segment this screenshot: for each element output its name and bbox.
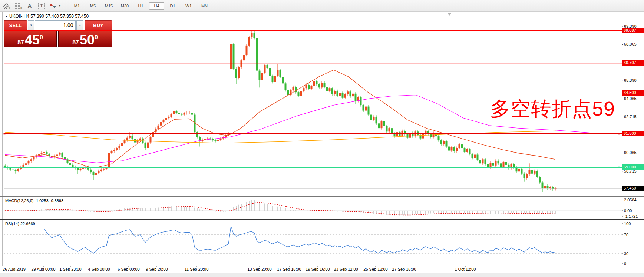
indicator-scale-label: -1.1721 [624, 214, 638, 218]
time-tick-label: 29 Aug 00:00 [32, 267, 56, 271]
trading-terminal: E F A T ▼ M1M5M15M30H1H4D1W1MN [0, 0, 644, 277]
rsi-line [44, 226, 555, 253]
sell-button[interactable]: SELL [4, 20, 27, 30]
chart-title: ▲UKOil-,H4 57.390 57.460 57.350 57.450 [5, 14, 89, 19]
panel-separator[interactable] [0, 219, 644, 220]
indicator-scale-label: 2.0584 [624, 198, 637, 202]
buy-button[interactable]: BUY [85, 20, 112, 30]
price-tick-label: 64.065 [624, 96, 637, 101]
timeline-separator [0, 266, 644, 266]
timeframe-button-m15[interactable]: M15 [101, 2, 116, 10]
timeframe-button-m1[interactable]: M1 [69, 2, 85, 10]
line-handle [4, 167, 6, 168]
timeframe-button-mn[interactable]: MN [197, 2, 212, 10]
line-handle [618, 167, 620, 168]
one-click-trade-panel: SELL ▼ ▲ BUY 57450 57500 [4, 20, 112, 47]
time-tick-label: 1 Sep 23:00 [59, 267, 81, 271]
indicator-scale-label: 0.00 [624, 208, 632, 213]
chart-shift-marker-icon[interactable] [447, 13, 452, 16]
toolbar: E F A T ▼ M1M5M15M30H1H4D1W1MN [0, 0, 644, 12]
price-tick-label: 65.390 [624, 78, 637, 83]
price-axis-separator [622, 11, 622, 273]
panel-separator[interactable] [0, 197, 644, 197]
time-tick-label: 13 Sep 20:00 [247, 267, 271, 271]
price-badge: 69.087 [622, 28, 644, 33]
price-tick-label: 62.715 [624, 114, 637, 119]
time-tick-label: 27 Sep 16:00 [392, 267, 416, 271]
rsi-label: RSI(14) 22.6669 [5, 221, 35, 226]
rsi-panel [4, 226, 622, 254]
time-tick-label: 11 Sep 20:00 [185, 267, 209, 271]
equidistant-channel-icon[interactable]: E [0, 1, 11, 10]
volume-increase-button[interactable]: ▲ [76, 20, 83, 30]
dropdown-caret-icon: ▼ [58, 4, 61, 7]
window-left-border-inner [2, 11, 3, 277]
line-handle [4, 133, 6, 134]
fibonacci-retracement-icon[interactable]: F [12, 1, 23, 10]
indicator-scale-label: 0 [624, 261, 626, 266]
indicator-scale-label: 30 [624, 251, 628, 256]
text-label-icon[interactable]: T [36, 1, 47, 10]
chinese-annotation: 多空转折点59 [490, 96, 615, 123]
arrow-objects-icon[interactable]: ▼ [48, 1, 63, 10]
text-icon[interactable]: A [24, 1, 35, 10]
buy-price-display[interactable]: 57500 [58, 31, 112, 47]
panel-separator[interactable] [0, 220, 644, 220]
timeframe-button-w1[interactable]: W1 [181, 2, 196, 10]
timeframe-button-m5[interactable]: M5 [85, 2, 100, 10]
line-handle [618, 133, 620, 134]
time-tick-label: 19 Sep 16:00 [306, 267, 330, 271]
price-badge: 57.450 [622, 186, 644, 191]
timeframe-button-d1[interactable]: D1 [165, 2, 180, 10]
ma-gold [5, 131, 556, 143]
time-tick-label: 23 Sep 12:00 [334, 267, 358, 271]
price-tick-label: 60.065 [624, 150, 637, 155]
indicator-scale-label: 100 [624, 221, 631, 226]
price-badge: 64.500 [622, 90, 644, 96]
window-bottom-strip [0, 273, 644, 277]
indicator-scale-label: 70 [624, 233, 628, 237]
macd-label: MACD(12,26,9) -1.0253 -0.8893 [5, 198, 63, 203]
price-tick-label: 68.065 [624, 42, 637, 46]
timeframe-button-m30[interactable]: M30 [117, 2, 132, 10]
time-tick-label: 17 Sep 16:00 [277, 267, 301, 271]
price-badge: 59.000 [622, 164, 644, 170]
ma-fast [5, 70, 555, 168]
time-tick-label: 1 Oct 12:00 [455, 267, 476, 271]
time-tick-label: 26 Aug 2019 [3, 267, 26, 271]
time-tick-label: 25 Sep 12:00 [363, 267, 387, 271]
toolbar-separator [65, 2, 67, 10]
time-tick-label: 6 Sep 00:00 [118, 267, 139, 271]
sell-price-display[interactable]: 57450 [4, 31, 57, 47]
window-left-border [1, 11, 1, 277]
price-badge: 66.707 [622, 60, 644, 66]
time-tick-label: 4 Sep 00:00 [88, 267, 110, 271]
timeframe-button-h1[interactable]: H1 [133, 2, 148, 10]
timeframe-group: M1M5M15M30H1H4D1W1MN [69, 2, 212, 10]
time-tick-label: 9 Sep 20:00 [146, 267, 168, 271]
macd-signal-line [5, 203, 555, 215]
symbol-triangle-icon: ▲ [5, 15, 8, 18]
volume-decrease-button[interactable]: ▼ [28, 20, 35, 30]
volume-input[interactable] [35, 20, 76, 30]
macd-panel [4, 200, 622, 216]
panel-separator[interactable] [0, 196, 644, 197]
timeframe-button-h4[interactable]: H4 [149, 2, 164, 10]
price-badge: 61.500 [622, 131, 644, 136]
